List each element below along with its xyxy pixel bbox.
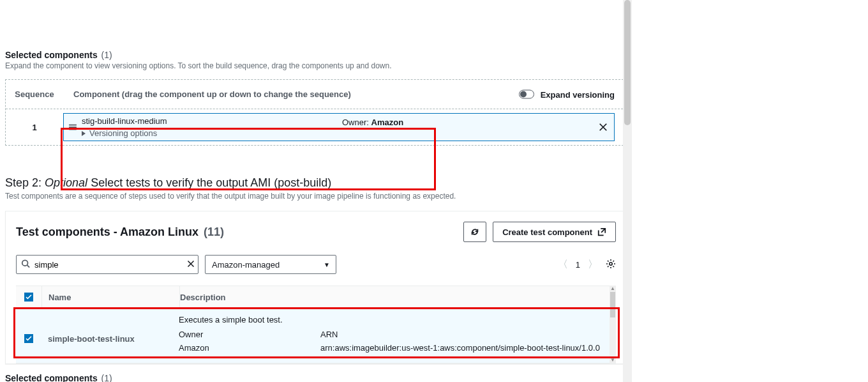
cell-description-text: Executes a simple boot test. [179, 315, 610, 325]
expand-versioning-label: Expand versioning [541, 89, 615, 99]
owner-filter-select[interactable]: Amazon-managed ▼ [205, 255, 336, 274]
component-header: Component (drag the component up or down… [63, 89, 626, 99]
cell-arn-value: arn:aws:imagebuilder:us-west-1:aws:compo… [320, 343, 600, 353]
external-link-icon [597, 227, 606, 236]
expand-versioning-control[interactable]: Expand versioning [519, 89, 615, 99]
component-card[interactable]: stig-build-linux-medium Owner: Amazon Ve… [63, 113, 615, 141]
selected-components-count: (1) [101, 50, 112, 60]
scroll-up-icon: ▲ [610, 286, 615, 292]
page-scrollbar[interactable] [623, 0, 632, 382]
caret-down-icon: ▼ [324, 261, 330, 268]
card-header: Test components - Amazon Linux (11) Crea… [16, 222, 616, 242]
search-wrapper [16, 255, 198, 274]
clear-search-button[interactable] [187, 259, 195, 270]
component-owner: Owner: Amazon [342, 118, 403, 127]
table-header-row: Name Description [16, 286, 610, 309]
step2-prefix: Step 2: [5, 176, 41, 189]
component-owner-value: Amazon [371, 118, 404, 127]
table-row[interactable]: simple-boot-test-linux Executes a simple… [16, 309, 610, 363]
card-count: (11) [204, 225, 224, 239]
cell-name: simple-boot-test-linux [41, 315, 179, 344]
build-sequence-panel: Sequence Component (drag the component u… [5, 79, 627, 146]
selected-components-header: Selected components (1) Expand the compo… [5, 50, 627, 70]
caret-right-icon [82, 131, 86, 136]
filter-row: Amazon-managed ▼ 〈 1 〉 [16, 255, 616, 274]
create-test-component-label: Create test component [502, 227, 592, 237]
scrollbar-thumb[interactable] [610, 292, 615, 317]
selected-components-subtitle: Expand the component to view versioning … [5, 61, 627, 70]
component-owner-label: Owner: [342, 118, 369, 127]
component-header-text: Component (drag the component up or down… [73, 89, 351, 99]
selected-components-title: Selected components [5, 50, 98, 60]
viewport: Selected components (1) Expand the compo… [0, 0, 632, 382]
selected-components-title-2: Selected components [5, 373, 98, 382]
checkbox-checked-icon [24, 334, 33, 343]
pagination: 〈 1 〉 [558, 258, 616, 271]
next-page-button[interactable]: 〉 [588, 258, 598, 271]
search-input[interactable] [16, 255, 198, 274]
sequence-header: Sequence [6, 89, 63, 99]
build-sequence-row: 1 stig-build-linux-medium Owner: Amazon [6, 109, 626, 145]
cell-arn-label: ARN [320, 330, 338, 339]
drag-handle-icon[interactable] [64, 114, 82, 141]
versioning-options-label: Versioning options [89, 128, 157, 138]
cell-owner-value: Amazon [179, 343, 320, 353]
select-all-checkbox[interactable] [16, 293, 41, 302]
sequence-number: 1 [6, 109, 63, 145]
step2-title: Step 2: Optional Select tests to verify … [5, 176, 627, 190]
expand-versioning-toggle[interactable] [519, 90, 534, 99]
cell-owner-label: Owner [179, 330, 320, 339]
step2-rest: Select tests to verify the output AMI (p… [91, 176, 331, 189]
page-scrollbar-thumb[interactable] [624, 0, 631, 125]
build-sequence-header-row: Sequence Component (drag the component u… [6, 80, 626, 109]
selected-components-count-2: (1) [101, 373, 112, 382]
table-scrollbar[interactable]: ▲ ▼ [610, 286, 616, 363]
col-head-name[interactable]: Name [42, 293, 179, 302]
search-icon [21, 259, 30, 270]
test-components-card: Test components - Amazon Linux (11) Crea… [5, 211, 627, 364]
page-content: Selected components (1) Expand the compo… [0, 50, 632, 382]
selected-components-header-2: Selected components (1) Expand the compo… [5, 373, 627, 382]
components-table: Name Description simple-boot-test-linux [16, 286, 616, 363]
page-number: 1 [576, 260, 580, 270]
card-title: Test components - Amazon Linux [16, 225, 198, 239]
refresh-button[interactable] [463, 222, 486, 242]
step2-optional: Optional [45, 176, 87, 189]
gear-icon [606, 259, 616, 269]
svg-point-1 [610, 262, 612, 264]
svg-point-0 [22, 260, 28, 266]
prev-page-button[interactable]: 〈 [558, 258, 568, 271]
settings-button[interactable] [606, 259, 616, 271]
versioning-options-toggle[interactable]: Versioning options [82, 128, 592, 138]
component-name: stig-build-linux-medium [82, 116, 167, 126]
checkbox-checked-icon [24, 293, 33, 302]
step2-description: Test components are a sequence of steps … [5, 192, 627, 201]
create-test-component-button[interactable]: Create test component [493, 222, 616, 242]
remove-component-button[interactable] [592, 114, 614, 141]
col-head-description[interactable]: Description [180, 293, 610, 302]
owner-filter-value: Amazon-managed [205, 255, 336, 274]
cell-description: Executes a simple boot test. Owner ARN A… [179, 315, 610, 356]
scroll-down-icon: ▼ [610, 357, 615, 363]
row-checkbox[interactable] [16, 315, 41, 343]
refresh-icon [470, 227, 479, 236]
component-body: stig-build-linux-medium Owner: Amazon Ve… [82, 114, 592, 141]
